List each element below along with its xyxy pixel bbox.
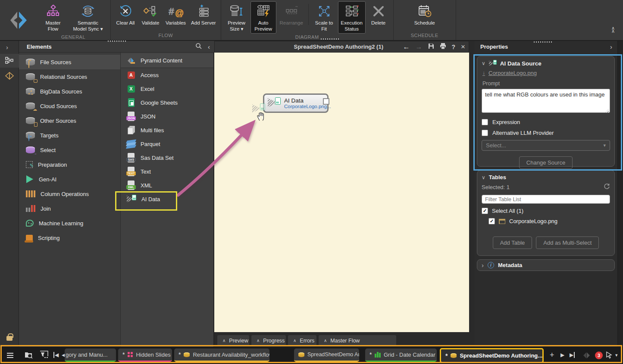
menu-icon[interactable] bbox=[7, 353, 13, 359]
add-server-button[interactable]: Add Server bbox=[189, 1, 218, 32]
notification-badge[interactable]: 3 bbox=[595, 352, 603, 359]
ai-data-node-icon bbox=[268, 97, 281, 109]
filetype-pyramid-content[interactable]: Pyramid Content bbox=[121, 53, 213, 68]
node-output-port[interactable] bbox=[323, 98, 329, 105]
new-tab-icon[interactable]: + bbox=[550, 351, 554, 360]
table-row[interactable]: ✓ CorporateLogo.png bbox=[488, 218, 610, 224]
table-checkbox[interactable]: ✓ bbox=[488, 218, 495, 224]
scrollbar[interactable] bbox=[617, 41, 623, 347]
model-tool-icon[interactable] bbox=[0, 69, 19, 82]
filetype-multi-files[interactable]: Multi files bbox=[121, 123, 213, 137]
clear-all-button[interactable]: Clear All bbox=[113, 1, 138, 32]
filetype-parquet[interactable]: Parquet bbox=[121, 137, 213, 151]
content-tab-1[interactable]: gory and Manu... bbox=[65, 348, 116, 362]
collapse-panel-icon[interactable]: ‹ bbox=[208, 43, 210, 50]
collapse-ribbon-icon[interactable]: ∧ ∧ bbox=[608, 27, 618, 36]
select-all-checkbox[interactable]: ✓ bbox=[482, 208, 488, 214]
expand-section-icon[interactable]: › bbox=[482, 261, 484, 269]
master-flow-tab[interactable]: ∧ Master Flow bbox=[319, 335, 396, 346]
panel-resize-grip[interactable] bbox=[321, 38, 339, 40]
category-column-operations[interactable]: Column Operations bbox=[19, 187, 120, 201]
download-icon[interactable]: ↓ bbox=[482, 71, 485, 76]
filter-view-icon[interactable] bbox=[40, 351, 49, 361]
help-icon[interactable]: ? bbox=[452, 44, 456, 50]
source-file-link[interactable]: CorporateLogo.png bbox=[488, 70, 537, 76]
category-join[interactable]: Join bbox=[19, 201, 120, 216]
prompt-input[interactable]: tell me what RGB colours are used in thi… bbox=[482, 89, 610, 113]
pyramid-logo-icon bbox=[0, 0, 36, 40]
collapse-section-icon[interactable]: ∨ bbox=[482, 174, 485, 180]
collapse-section-icon[interactable]: ∨ bbox=[482, 60, 485, 66]
expression-checkbox[interactable] bbox=[482, 119, 488, 125]
category-machine-learning[interactable]: Machine Learning bbox=[19, 216, 120, 230]
content-search-icon[interactable] bbox=[24, 351, 34, 361]
auto-preview-button[interactable]: Auto Preview bbox=[250, 1, 276, 34]
schedule-label: Schedule bbox=[414, 20, 435, 26]
schedule-button[interactable]: Schedule bbox=[409, 1, 440, 32]
search-icon[interactable] bbox=[195, 43, 202, 51]
filetype-ai-data[interactable]: AI Data bbox=[121, 192, 213, 206]
category-relational-sources[interactable]: Relational Sources bbox=[19, 69, 120, 84]
expression-label: Expression bbox=[492, 119, 520, 125]
category-gen-ai[interactable]: Gen-AI bbox=[19, 172, 120, 187]
scale-to-fit-button[interactable]: Scale to Fit bbox=[311, 1, 337, 34]
filter-table-input[interactable] bbox=[482, 195, 610, 204]
category-targets[interactable]: Targets bbox=[19, 128, 120, 143]
panel-expand-icon[interactable]: › bbox=[6, 44, 8, 51]
filetype-xml[interactable]: XML XML bbox=[121, 178, 213, 192]
filetype-access[interactable]: A Access bbox=[121, 68, 213, 82]
ai-data-node[interactable]: AI Data CorporateLogo.png... bbox=[263, 93, 329, 113]
filetype-excel[interactable]: X Excel bbox=[121, 82, 213, 96]
master-flow-button[interactable]: Master Flow bbox=[39, 1, 67, 34]
alternative-llm-checkbox[interactable] bbox=[482, 130, 488, 136]
pointer-icon[interactable] bbox=[605, 351, 613, 361]
collapse-properties-icon[interactable]: › bbox=[610, 43, 612, 50]
preparation-icon bbox=[26, 161, 33, 168]
refresh-icon[interactable] bbox=[604, 183, 610, 191]
save-icon[interactable] bbox=[428, 43, 434, 50]
execution-status-button[interactable]: Execution Status bbox=[338, 1, 366, 34]
content-tab-active-spreadsheetdemo[interactable]: * SpreadSheetDemo Authoring... ▾ bbox=[440, 348, 544, 363]
filetype-google-sheets[interactable]: Google Sheets bbox=[121, 96, 213, 109]
next-tab-icon[interactable]: ▶ bbox=[560, 352, 564, 358]
undo-icon[interactable]: ← bbox=[403, 43, 410, 51]
add-table-button[interactable]: Add Table bbox=[493, 236, 532, 249]
variables-button[interactable]: # @ Variables bbox=[163, 1, 188, 32]
filetype-json[interactable]: JSON JSON bbox=[121, 109, 213, 123]
delete-button[interactable]: Delete bbox=[366, 1, 391, 34]
category-file-sources[interactable]: File Sources bbox=[19, 55, 120, 69]
content-tab-grid-date-calendar[interactable]: * Grid - Date Calendar bbox=[365, 348, 437, 362]
add-multi-select-button[interactable]: Add as Multi-Select bbox=[536, 236, 599, 249]
filetype-text[interactable]: TEXT Text bbox=[121, 165, 213, 178]
last-tab-icon[interactable]: ▶ bbox=[570, 352, 575, 358]
preview-tab[interactable]: ∧ Preview bbox=[217, 335, 249, 346]
metadata-card[interactable]: › i Metadata bbox=[477, 259, 615, 271]
change-source-button[interactable]: Change Source bbox=[519, 156, 573, 169]
filetype-sas-data-set[interactable]: SAS Sas Data Set bbox=[121, 151, 213, 165]
panel-resize-grip[interactable] bbox=[108, 40, 126, 42]
category-cloud-sources[interactable]: ☁ Cloud Sources bbox=[19, 99, 120, 113]
flow-canvas[interactable]: AI Data CorporateLogo.png... bbox=[214, 53, 469, 332]
progress-tab[interactable]: ∧ Progress bbox=[251, 335, 286, 346]
pointer-menu-caret-icon[interactable]: ▾ bbox=[615, 352, 618, 358]
first-tab-icon[interactable]: ◀ bbox=[53, 352, 59, 358]
semantic-model-sync-button[interactable]: Semantic Model Sync ▾ bbox=[68, 1, 108, 34]
llm-provider-select[interactable]: Select... ▾ bbox=[482, 140, 610, 151]
content-tab-spreadsheetdemo2[interactable]: SpreadSheetDemo Authoring2 bbox=[294, 348, 359, 362]
dataflow-tool-icon[interactable] bbox=[0, 54, 19, 68]
errors-tab[interactable]: ∧ Errors bbox=[288, 335, 316, 346]
print-icon[interactable] bbox=[440, 43, 446, 50]
node-subtitle[interactable]: CorporateLogo.png... bbox=[284, 104, 331, 109]
category-other-sources[interactable]: Other Sources bbox=[19, 113, 120, 128]
panel-resize-grip[interactable] bbox=[534, 41, 552, 43]
content-tab-restaurant-workflow[interactable]: * Restaurant Availability_workflow bbox=[174, 348, 269, 362]
validate-button[interactable]: Validate bbox=[138, 1, 163, 32]
category-scripting[interactable]: Scripting bbox=[19, 230, 120, 245]
execution-status-label: Execution Status bbox=[340, 20, 363, 32]
category-preparation[interactable]: Preparation bbox=[19, 157, 120, 172]
content-tab-hidden-slides[interactable]: * Hidden Slides bbox=[118, 348, 172, 362]
category-select[interactable]: → Select bbox=[19, 143, 120, 157]
category-bigdata-sources[interactable]: BigData Sources bbox=[19, 84, 120, 99]
close-canvas-icon[interactable]: × bbox=[461, 43, 465, 51]
preview-size-button[interactable]: Preview Size ▾ bbox=[224, 1, 250, 34]
